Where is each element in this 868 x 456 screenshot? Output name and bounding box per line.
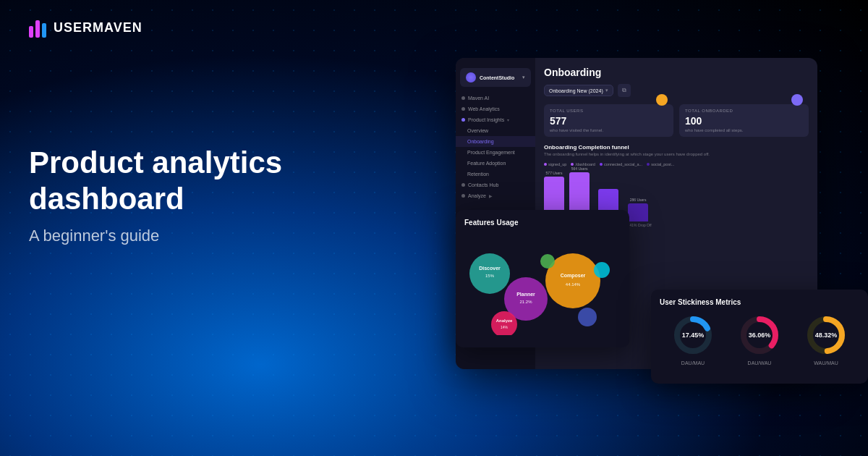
metric-label-wau-mau: WAU/MAU xyxy=(814,360,838,366)
logo-bar-3 xyxy=(42,23,46,38)
logo-icon xyxy=(29,17,46,38)
sidebar-item-retention[interactable]: Retention xyxy=(456,169,535,180)
funnel-label-1: signed_up xyxy=(544,162,566,166)
features-usage-card: Features Usage Discover 15% Composer 44.… xyxy=(456,210,629,347)
nav-dot xyxy=(461,107,465,111)
donut-wau-mau: 48.32% xyxy=(804,313,848,357)
svg-text:Composer: Composer xyxy=(561,273,586,279)
workspace-logo xyxy=(466,72,476,83)
select-row: Onboarding New (2024) ▾ ⧉ xyxy=(544,84,809,97)
funnel-title: Onboarding Completion funnel xyxy=(544,144,809,151)
sidebar-item-product-engagement[interactable]: Product Engagement xyxy=(456,147,535,158)
donut-dau-wau: 36.06% xyxy=(738,313,781,357)
logo-bar-2 xyxy=(35,20,40,38)
metric-label-dau-mau: DAU/MAU xyxy=(681,360,705,366)
logo-bar-1 xyxy=(29,26,33,38)
svg-text:15%: 15% xyxy=(485,274,495,278)
sidebar-item-analyze[interactable]: Analyze ▶ xyxy=(456,190,535,201)
bubble-chart-svg: Discover 15% Composer 44.14% Planner 21.… xyxy=(464,234,616,335)
label-dot xyxy=(571,163,574,166)
hero-subtitle: A beginner's guide xyxy=(29,227,376,245)
sidebar-item-maven-ai[interactable]: Maven AI xyxy=(456,93,535,104)
external-link-button[interactable]: ⧉ xyxy=(618,84,631,97)
sidebar-item-overview[interactable]: Overview xyxy=(456,125,535,136)
sidebar-item-web-analytics[interactable]: Web Analytics xyxy=(456,104,535,114)
svg-text:14%: 14% xyxy=(501,325,509,329)
workspace-name: ContentStudio xyxy=(480,75,519,80)
svg-text:Discover: Discover xyxy=(479,266,501,271)
donut-value-dau-mau: 17.45% xyxy=(682,332,705,339)
metric-wau-mau: 48.32% WAU/MAU xyxy=(804,313,848,366)
funnel-label-4: social_post... xyxy=(647,162,674,166)
total-users-card: TOTAL USERS 577 who have visited the fun… xyxy=(544,104,673,137)
page-title: Onboarding xyxy=(544,67,809,78)
stickiness-card: User Stickiness Metrics 17.45% DAU/MAU 3… xyxy=(651,290,868,384)
hero-section: Product analytics dashboard A beginner's… xyxy=(29,145,376,245)
onboarded-badge xyxy=(791,94,803,106)
brand-name: USERMAVEN xyxy=(54,20,142,35)
svg-text:44.14%: 44.14% xyxy=(566,282,581,287)
sidebar-workspace[interactable]: ContentStudio ▾ xyxy=(460,68,531,87)
onboarding-select[interactable]: Onboarding New (2024) ▾ xyxy=(544,85,613,96)
stickiness-metrics: 17.45% DAU/MAU 36.06% DAU/WAU 48 xyxy=(660,313,859,366)
label-dot xyxy=(600,163,603,166)
total-onboarded-desc: who have completed all steps. xyxy=(685,128,803,132)
total-users-value: 577 xyxy=(550,115,668,127)
sidebar-item-feature-adoption[interactable]: Feature Adoption xyxy=(456,158,535,169)
funnel-label-3: connected_social_a... xyxy=(600,162,642,166)
svg-text:Planner: Planner xyxy=(516,292,535,297)
funnel-bar-4 xyxy=(628,203,648,221)
nav-dot xyxy=(461,118,465,122)
bubble-extra3 xyxy=(540,254,555,269)
svg-text:21.2%: 21.2% xyxy=(519,300,532,304)
total-onboarded-value: 100 xyxy=(685,115,803,127)
bubble-extra2 xyxy=(594,262,610,278)
total-users-label: TOTAL USERS xyxy=(550,109,668,113)
nav-dot xyxy=(461,183,465,187)
users-badge xyxy=(656,94,668,106)
svg-text:Analyze: Analyze xyxy=(496,318,513,323)
donut-dau-mau: 17.45% xyxy=(671,313,715,357)
total-users-desc: who have visited the funnel. xyxy=(550,128,668,132)
workspace-arrow: ▾ xyxy=(522,75,525,80)
metric-dau-wau: 36.06% DAU/WAU xyxy=(738,313,781,366)
funnel-subtitle: The onboarding funnel helps in identifyi… xyxy=(544,152,809,156)
bubble-chart: Discover 15% Composer 44.14% Planner 21.… xyxy=(464,234,621,335)
stats-row: TOTAL USERS 577 who have visited the fun… xyxy=(544,104,809,137)
header: USERMAVEN xyxy=(29,17,142,38)
sidebar-item-contacts-hub[interactable]: Contacts Hub xyxy=(456,180,535,190)
sidebar-item-onboarding[interactable]: Onboarding xyxy=(456,136,535,147)
sidebar-item-product-insights[interactable]: Product Insights ▾ xyxy=(456,114,535,125)
metric-label-dau-wau: DAU/WAU xyxy=(748,360,772,366)
nav-dot xyxy=(461,96,465,100)
label-dot xyxy=(544,163,547,166)
label-dot xyxy=(647,163,650,166)
metric-dau-mau: 17.45% DAU/MAU xyxy=(671,313,715,366)
bubble-extra1 xyxy=(578,308,597,326)
hero-title: Product analytics dashboard xyxy=(29,145,376,218)
donut-value-dau-wau: 36.06% xyxy=(749,332,771,339)
donut-value-wau-mau: 48.32% xyxy=(815,332,838,339)
total-onboarded-card: TOTAL ONBOARDED 100 who have completed a… xyxy=(679,104,809,137)
stickiness-title: User Stickiness Metrics xyxy=(660,298,859,306)
nav-dot xyxy=(461,194,465,198)
features-usage-title: Features Usage xyxy=(464,219,621,227)
total-onboarded-label: TOTAL ONBOARDED xyxy=(685,109,803,113)
